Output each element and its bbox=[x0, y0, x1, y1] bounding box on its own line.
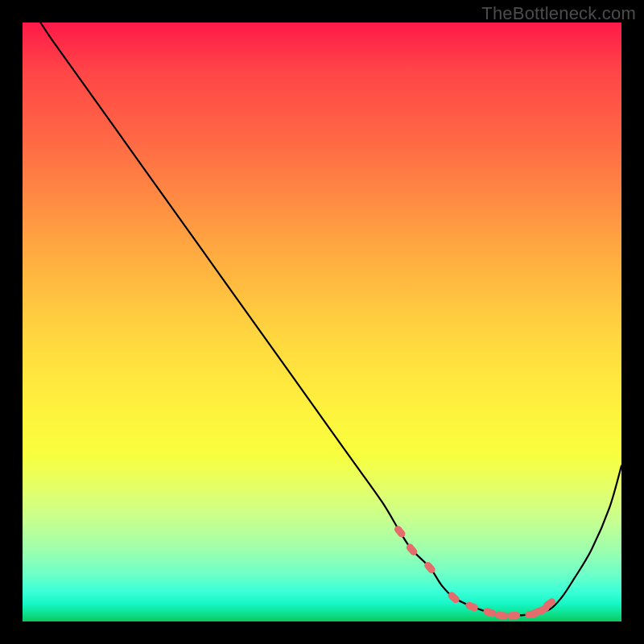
marker-capsule bbox=[495, 611, 509, 620]
marker-capsule bbox=[464, 601, 479, 612]
chart-frame: TheBottleneck.com bbox=[0, 0, 644, 644]
optimal-range-markers bbox=[393, 524, 557, 620]
marker-capsule bbox=[507, 612, 520, 620]
watermark-text: TheBottleneck.com bbox=[481, 3, 636, 24]
marker-capsule bbox=[393, 524, 407, 539]
bottleneck-curve-svg bbox=[23, 23, 621, 621]
plot-area bbox=[23, 23, 621, 621]
bottleneck-curve bbox=[40, 23, 621, 616]
marker-capsule bbox=[482, 607, 497, 617]
